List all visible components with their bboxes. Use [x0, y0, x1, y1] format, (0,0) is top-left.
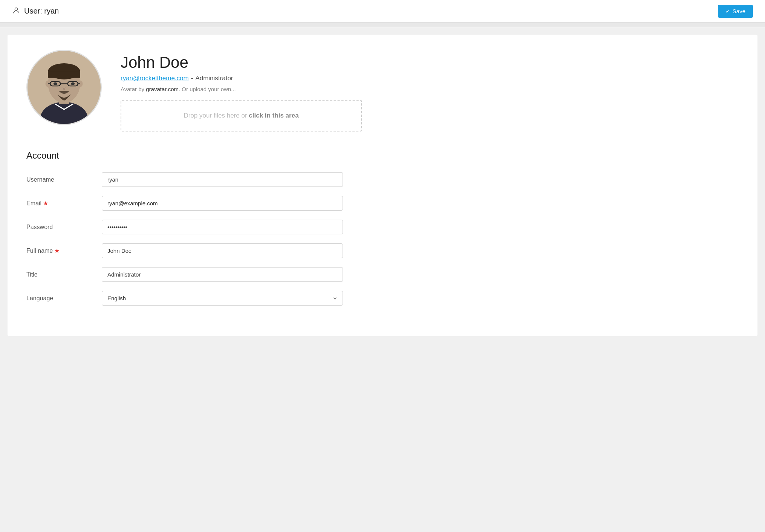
svg-point-15: [71, 82, 75, 85]
profile-email-row: ryan@rockettheme.com - Administrator: [121, 75, 739, 82]
username-row: Username: [26, 172, 739, 187]
avatar-hint-prefix: Avatar by: [121, 86, 146, 92]
gravatar-link[interactable]: gravatar.com: [146, 86, 179, 92]
profile-separator: -: [191, 75, 193, 82]
save-label: Save: [733, 8, 745, 14]
title-label: Title: [26, 271, 102, 278]
fullname-required: ★: [54, 248, 60, 254]
avatar: [26, 50, 102, 125]
sub-header-bar: [0, 23, 765, 27]
profile-email-link[interactable]: ryan@rockettheme.com: [121, 75, 189, 82]
user-icon: [12, 6, 20, 16]
account-section-title: Account: [26, 150, 739, 161]
page-title: User: ryan: [24, 7, 59, 15]
profile-role: Administrator: [195, 75, 233, 82]
drop-zone-click-text: click in this area: [249, 112, 298, 119]
fullname-input[interactable]: [102, 243, 343, 258]
save-button[interactable]: ✓ Save: [718, 5, 753, 18]
header-left: User: ryan: [12, 6, 59, 16]
profile-avatar-hint: Avatar by gravatar.com. Or upload your o…: [121, 86, 739, 92]
profile-info: John Doe ryan@rockettheme.com - Administ…: [121, 50, 739, 131]
password-input[interactable]: [102, 220, 343, 234]
svg-point-0: [15, 8, 17, 10]
profile-name: John Doe: [121, 54, 739, 72]
password-label: Password: [26, 224, 102, 231]
title-input[interactable]: [102, 267, 343, 282]
file-drop-zone[interactable]: Drop your files here or click in this ar…: [121, 100, 362, 131]
fullname-label: Full name★: [26, 247, 102, 254]
fullname-row: Full name★: [26, 243, 739, 258]
drop-zone-text: Drop your files here or: [184, 112, 249, 119]
svg-rect-6: [48, 71, 80, 78]
username-input[interactable]: [102, 172, 343, 187]
avatar-container: [26, 50, 102, 125]
check-icon: ✓: [725, 8, 730, 15]
header: User: ryan ✓ Save: [0, 0, 765, 23]
profile-section: John Doe ryan@rockettheme.com - Administ…: [26, 50, 739, 131]
email-label: Email★: [26, 200, 102, 207]
username-label: Username: [26, 176, 102, 183]
language-row: Language English French German Spanish I…: [26, 291, 739, 306]
language-select[interactable]: English French German Spanish Italian: [102, 291, 343, 306]
password-row: Password: [26, 220, 739, 234]
svg-point-14: [54, 82, 57, 85]
language-label: Language: [26, 295, 102, 302]
title-row: Title: [26, 267, 739, 282]
email-row: Email★: [26, 196, 739, 211]
main-content: John Doe ryan@rockettheme.com - Administ…: [8, 35, 757, 336]
email-required: ★: [43, 200, 48, 206]
avatar-hint-suffix: . Or upload your own...: [179, 86, 236, 92]
email-input[interactable]: [102, 196, 343, 211]
account-section: Account Username Email★ Password Full n: [26, 150, 739, 306]
